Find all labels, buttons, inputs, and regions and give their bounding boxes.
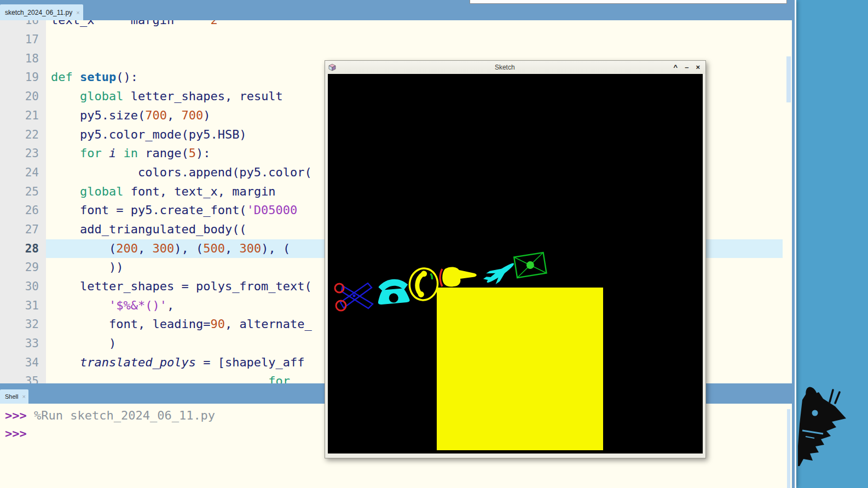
close-button[interactable]: × xyxy=(696,61,700,74)
py5-app-icon xyxy=(328,64,336,71)
line-number: 18 xyxy=(0,49,46,68)
minimize-button[interactable]: – xyxy=(685,61,688,74)
pointing-hand-icon xyxy=(438,266,480,290)
tab-editor-file[interactable]: sketch_2024_06_11.py × xyxy=(0,4,83,20)
line-number: 32 xyxy=(0,315,46,334)
line-number: 19 xyxy=(0,68,46,87)
background-window-edge xyxy=(470,0,787,4)
envelope-icon xyxy=(512,251,548,281)
line-number: 24 xyxy=(0,163,46,182)
phone-circle-icon xyxy=(406,265,442,303)
line-number: 20 xyxy=(0,87,46,106)
line-number: 35 xyxy=(0,372,46,383)
line-number: 22 xyxy=(0,125,46,145)
line-number: 33 xyxy=(0,334,46,353)
shade-button[interactable]: ^ xyxy=(674,61,678,74)
line-number: 25 xyxy=(0,182,46,202)
line-number: 16 xyxy=(0,20,46,30)
code-line[interactable] xyxy=(46,30,783,49)
line-number: 31 xyxy=(0,296,46,315)
line-number: 23 xyxy=(0,144,46,163)
tab-close-icon[interactable]: × xyxy=(22,393,25,400)
sketch-window-title: Sketch xyxy=(336,64,674,71)
line-number: 29 xyxy=(0,258,46,277)
line-number: 28 xyxy=(0,239,46,259)
editor-scrollbar-thumb[interactable] xyxy=(786,56,791,102)
sketch-titlebar[interactable]: Sketch ^ – × xyxy=(325,61,705,74)
tab-close-icon[interactable]: × xyxy=(76,9,79,16)
shell-scrollbar-thumb[interactable] xyxy=(787,409,790,488)
line-number: 34 xyxy=(0,353,46,372)
scissors-icon xyxy=(333,281,374,312)
code-line[interactable]: text_x margin 2 xyxy=(46,20,783,30)
telephone-icon xyxy=(375,274,411,306)
line-number: 17 xyxy=(0,30,46,49)
yellow-square xyxy=(437,288,603,450)
editor-tab-label: sketch_2024_06_11.py xyxy=(5,9,72,16)
line-number: 26 xyxy=(0,201,46,220)
shell-tab-label: Shell xyxy=(5,393,18,400)
editor-gutter: 1617181920212223242526272829303132333435 xyxy=(0,20,46,383)
sketch-canvas xyxy=(328,74,703,453)
sketch-window: Sketch ^ – × xyxy=(325,60,706,458)
line-number: 30 xyxy=(0,277,46,296)
line-number: 27 xyxy=(0,220,46,239)
tab-shell[interactable]: Shell × xyxy=(0,389,28,404)
line-number: 21 xyxy=(0,106,46,125)
xfce-mouse-logo xyxy=(798,384,848,471)
